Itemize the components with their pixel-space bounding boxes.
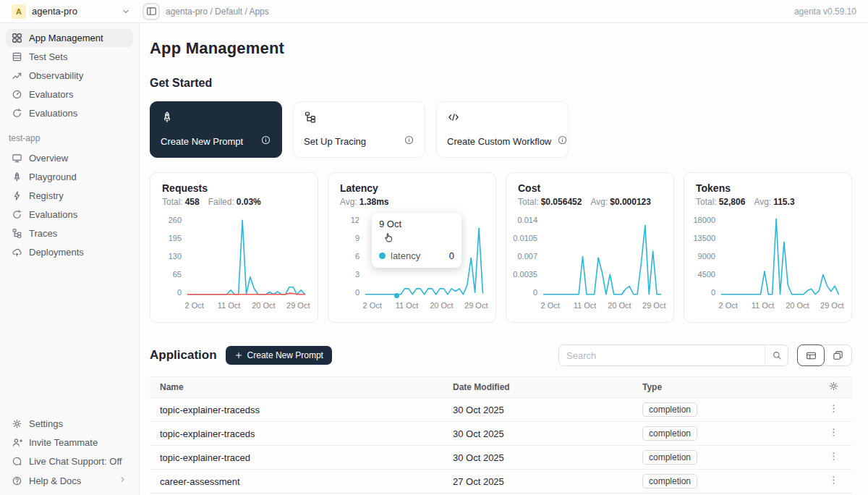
table-header-row: NameDate ModifiedType [150, 376, 852, 398]
table-view-button[interactable] [797, 344, 825, 366]
project-label: test-app [6, 123, 133, 149]
table-row[interactable]: topic-explainer-tracedss30 Oct 2025compl… [150, 398, 852, 422]
date-modified-cell: 30 Oct 2025 [443, 428, 632, 439]
gear-icon [828, 381, 839, 392]
row-menu-button[interactable] [828, 403, 839, 416]
stat-pair: Failed:0.03% [208, 197, 261, 207]
stat-card-title: Cost [518, 182, 662, 194]
app-name-cell: topic-explainer-tracedss [150, 405, 443, 415]
type-badge: completion [642, 474, 697, 488]
sidebar-item-test-sets[interactable]: Test Sets [6, 48, 133, 66]
sidebar-item-invite-teammate[interactable]: Invite Teammate [6, 433, 133, 452]
y-tick: 130 [169, 252, 182, 261]
sidebar-item-help-docs[interactable]: Help & Docs [6, 471, 133, 490]
date-modified-cell: 30 Oct 2025 [443, 405, 632, 415]
stat-card-title: Tokens [696, 182, 840, 194]
table-row[interactable]: topic-explainer-traced30 Oct 2025complet… [150, 446, 852, 470]
column-header-type: Type [632, 382, 817, 392]
x-tick: 20 Oct [430, 301, 453, 310]
row-menu-button[interactable] [828, 475, 839, 488]
application-title: Application [150, 348, 217, 363]
y-tick: 18000 [693, 216, 715, 224]
row-menu-button[interactable] [828, 451, 839, 464]
application-header: Application Create New Prompt [150, 344, 852, 366]
tree-icon [304, 111, 317, 124]
stat-pair: Avg:1.38ms [340, 197, 389, 207]
stat-pair: Total:52,806 [696, 197, 745, 207]
refresh-icon [12, 209, 22, 220]
search-button[interactable] [765, 345, 788, 365]
stat-pair: Avg:115.3 [754, 197, 794, 207]
sidebar-item-label: Evaluations [29, 108, 77, 119]
sidebar-item-label: Help & Docs [29, 475, 81, 486]
x-tick: 2 Oct [541, 301, 560, 310]
y-tick: 0 [533, 288, 537, 297]
sidebar-item-evaluators[interactable]: Evaluators [6, 85, 133, 103]
x-tick: 11 Oct [218, 301, 241, 310]
kebab-icon [828, 451, 839, 462]
x-tick: 11 Oct [752, 301, 775, 310]
x-tick: 2 Oct [185, 301, 204, 310]
date-modified-cell: 27 Oct 2025 [443, 476, 632, 487]
y-tick: 195 [169, 234, 182, 242]
series-success [188, 220, 305, 294]
gear-icon [12, 418, 22, 429]
type-badge: completion [642, 426, 697, 441]
x-tick: 11 Oct [396, 301, 419, 310]
breadcrumb: agenta-pro / Default / Apps [166, 7, 269, 17]
kebab-icon [828, 427, 839, 438]
header-bar: agenta-pro / Default / Apps agenta v0.59… [140, 0, 868, 22]
table-row[interactable]: career-assessment27 Oct 2025completion [150, 470, 852, 494]
sidebar-item-deployments[interactable]: Deployments [6, 243, 133, 261]
sidebar-item-label: Overview [29, 153, 68, 164]
tooltip-date: 9 Oct [379, 219, 454, 229]
search-input[interactable] [559, 350, 765, 361]
list-icon [12, 51, 22, 62]
applications-table: NameDate ModifiedTypetopic-explainer-tra… [150, 376, 852, 494]
sidebar-item-registry[interactable]: Registry [6, 187, 133, 205]
get-started-card-set-up-tracing[interactable]: Set Up Tracing [293, 101, 425, 158]
sidebar-item-app-management[interactable]: App Management [6, 29, 133, 47]
get-started-card-create-new-prompt[interactable]: Create New Prompt [150, 101, 282, 158]
chart-tooltip: 9 Octlatency0 [372, 213, 461, 268]
sidebar-item-settings[interactable]: Settings [6, 415, 133, 433]
kebab-icon [828, 403, 839, 414]
workspace-switcher[interactable]: A agenta-pro [0, 0, 140, 22]
tooltip-series-label: latency [391, 250, 420, 261]
sidebar-item-evaluations[interactable]: Evaluations [6, 104, 133, 122]
x-tick: 20 Oct [608, 301, 631, 310]
card-label: Create New Prompt [161, 136, 243, 147]
y-tick: 0.007 [517, 252, 537, 261]
sidebar-item-playground[interactable]: Playground [6, 168, 133, 186]
stat-card-requests: RequestsTotal:458Failed:0.03%26019513065… [150, 172, 318, 323]
card-label: Set Up Tracing [304, 136, 366, 147]
column-settings-button[interactable] [828, 381, 839, 394]
plus-icon [234, 351, 243, 360]
x-tick: 29 Oct [286, 301, 310, 310]
sidebar-item-live-chat-support-off[interactable]: Live Chat Support: Off [6, 452, 133, 470]
table-row[interactable]: topic-explainer-traceds30 Oct 2025comple… [150, 422, 852, 446]
column-header-date-modified: Date Modified [443, 382, 632, 392]
sidebar-toggle-button[interactable] [142, 3, 160, 20]
monitor-icon [12, 153, 22, 164]
row-menu-button[interactable] [828, 427, 839, 440]
sidebar-item-label: Invite Teammate [29, 437, 98, 448]
card-view-button[interactable] [824, 345, 851, 365]
view-toggle [797, 344, 852, 366]
sidebar-item-evaluations[interactable]: Evaluations [6, 206, 133, 224]
sidebar-item-label: Settings [29, 418, 63, 429]
sidebar-item-traces[interactable]: Traces [6, 224, 133, 242]
date-modified-cell: 30 Oct 2025 [443, 452, 632, 463]
tooltip-value: 0 [449, 250, 454, 261]
get-started-cards: Create New PromptSet Up TracingCreate Cu… [150, 101, 852, 158]
y-tick: 3 [355, 270, 359, 279]
sidebar-item-observability[interactable]: Observability [6, 67, 133, 85]
sidebar-item-overview[interactable]: Overview [6, 149, 133, 167]
sidebar: App ManagementTest SetsObservabilityEval… [0, 23, 140, 495]
y-tick: 0 [177, 288, 182, 297]
y-tick: 0.014 [517, 216, 537, 224]
create-new-prompt-button[interactable]: Create New Prompt [226, 346, 332, 365]
get-started-card-create-custom-workflow[interactable]: Create Custom Workflow [436, 101, 569, 158]
x-tick: 29 Oct [820, 301, 843, 310]
y-tick: 0.0105 [513, 234, 537, 242]
